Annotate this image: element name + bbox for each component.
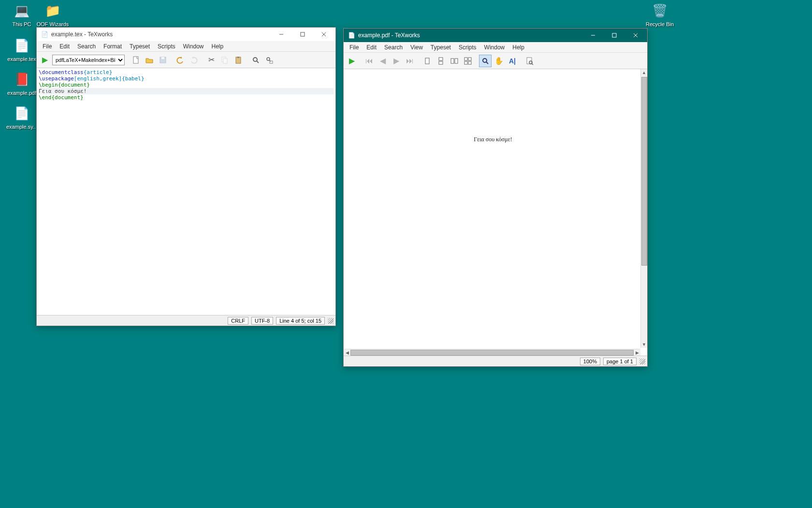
pdf-titlebar[interactable]: 📄 example.pdf - TeXworks — [344, 29, 647, 42]
menu-edit[interactable]: Edit — [362, 43, 380, 52]
prev-page-button[interactable]: ◀ — [377, 55, 389, 67]
menu-help[interactable]: Help — [508, 43, 528, 52]
first-page-button[interactable]: ⏮ — [363, 55, 376, 67]
scroll-left-icon[interactable]: ◀ — [344, 350, 350, 355]
text-select-tool-button[interactable]: A| — [506, 55, 519, 67]
editor-window: 📄 example.tex - TeXworks FileEditSearchF… — [36, 27, 336, 326]
svg-rect-10 — [237, 57, 239, 58]
source-line: \usepackage[english,greek]{babel} — [39, 75, 145, 82]
typeset-run-button[interactable]: ▶ — [346, 55, 358, 67]
zoom-indicator[interactable]: 100% — [580, 358, 600, 365]
menu-search[interactable]: Search — [380, 43, 406, 52]
svg-rect-17 — [612, 33, 616, 37]
resize-grip[interactable] — [328, 318, 334, 324]
source-line: \documentclass{article} — [39, 69, 112, 75]
view-two-page-button[interactable] — [448, 55, 461, 67]
menu-file[interactable]: File — [346, 43, 362, 52]
view-single-continuous-button[interactable] — [435, 55, 447, 67]
scissors-icon: ✂ — [208, 55, 215, 64]
editor-text-area[interactable]: \documentclass{article} \usepackage[engl… — [37, 68, 335, 315]
menu-scripts[interactable]: Scripts — [455, 43, 480, 52]
save-file-button[interactable] — [157, 54, 169, 66]
scroll-right-icon[interactable]: ▶ — [634, 350, 640, 355]
open-file-button[interactable] — [143, 54, 156, 66]
resize-grip[interactable] — [639, 359, 645, 364]
clipboard-icon — [234, 56, 243, 64]
view-two-continuous-button[interactable] — [462, 55, 474, 67]
editor-menubar: FileEditSearchFormatTypesetScriptsWindow… — [37, 41, 335, 52]
menu-edit[interactable]: Edit — [56, 42, 73, 51]
typeset-engine-select[interactable]: pdfLaTeX+MakeIndex+BibTeX — [52, 55, 125, 65]
search-in-page-icon — [525, 57, 534, 65]
replace-button[interactable] — [263, 54, 276, 66]
menu-typeset[interactable]: Typeset — [126, 42, 154, 51]
close-button[interactable] — [313, 28, 334, 41]
svg-rect-20 — [425, 58, 429, 64]
menu-window[interactable]: Window — [179, 42, 208, 51]
menu-search[interactable]: Search — [73, 42, 100, 51]
next-page-button[interactable]: ▶ — [390, 55, 403, 67]
scroll-thumb[interactable] — [350, 350, 634, 356]
texworks-doc-icon: 📄 — [41, 30, 48, 38]
typeset-run-button[interactable]: ▶ — [39, 54, 51, 66]
find-in-pdf-button[interactable] — [523, 55, 536, 67]
svg-rect-24 — [455, 59, 458, 63]
svg-point-11 — [253, 58, 257, 61]
scroll-up-icon[interactable]: ▲ — [641, 69, 647, 76]
source-line: \begin{document} — [39, 82, 90, 88]
cut-button[interactable]: ✂ — [205, 54, 218, 66]
hand-icon: ✋ — [494, 57, 504, 65]
pdf-viewport[interactable]: Γεια σου κόσμε! ▲ ▼ ◀ ▶ — [344, 69, 647, 356]
desktop-icon-example-tex[interactable]: 📄example.tex — [5, 37, 39, 62]
view-single-page-button[interactable] — [421, 55, 434, 67]
maximize-button[interactable] — [292, 28, 313, 41]
cursor-position-indicator: Line 4 of 5; col 15 — [276, 317, 325, 325]
svg-rect-1 — [301, 32, 304, 36]
two-continuous-icon — [464, 57, 472, 65]
maximize-button[interactable] — [604, 29, 625, 42]
copy-button[interactable] — [218, 54, 231, 66]
desktop-icon-example-pdf[interactable]: 📕example.pdf — [5, 71, 39, 96]
source-line: \end{document} — [39, 94, 84, 101]
vertical-scrollbar[interactable]: ▲ ▼ — [640, 69, 647, 348]
desktop-icon-example-sy[interactable]: 📄example.sy... — [5, 105, 39, 130]
desktop-icon-this-pc[interactable]: 💻This PC — [5, 2, 39, 27]
encoding-indicator[interactable]: UTF-8 — [251, 317, 273, 325]
horizontal-scrollbar[interactable]: ◀ ▶ — [344, 349, 640, 356]
last-page-button[interactable]: ⏭ — [404, 55, 416, 67]
new-file-button[interactable] — [130, 54, 142, 66]
svg-rect-27 — [464, 61, 467, 64]
menu-typeset[interactable]: Typeset — [427, 43, 455, 52]
find-button[interactable] — [249, 54, 262, 66]
svg-rect-28 — [468, 61, 471, 64]
editor-statusbar: CRLF UTF-8 Line 4 of 5; col 15 — [37, 315, 335, 326]
line-ending-indicator[interactable]: CRLF — [228, 317, 248, 325]
close-button[interactable] — [625, 29, 646, 42]
menu-format[interactable]: Format — [100, 42, 126, 51]
hand-tool-button[interactable]: ✋ — [493, 55, 505, 67]
paste-button[interactable] — [232, 54, 245, 66]
play-icon: ▶ — [42, 55, 48, 64]
pdf-rendered-text: Γεια σου κόσμε! — [474, 136, 512, 143]
scroll-thumb[interactable] — [641, 77, 647, 266]
find-replace-icon — [265, 56, 274, 64]
menu-file[interactable]: File — [39, 42, 56, 51]
magnify-icon — [481, 57, 490, 65]
minimize-button[interactable] — [271, 28, 292, 41]
redo-button[interactable] — [188, 54, 200, 66]
svg-line-12 — [257, 61, 259, 63]
undo-button[interactable] — [174, 54, 187, 66]
pdf-window: 📄 example.pdf - TeXworks FileEditSearchV… — [343, 28, 648, 367]
menu-help[interactable]: Help — [207, 42, 227, 51]
menu-view[interactable]: View — [406, 43, 427, 52]
desktop-icon-label: Recycle Bin — [643, 21, 677, 27]
menu-scripts[interactable]: Scripts — [154, 42, 179, 51]
desktop-icon-recycle-bin[interactable]: 🗑️Recycle Bin — [643, 2, 677, 27]
this-pc-icon: 💻 — [13, 2, 30, 19]
editor-titlebar[interactable]: 📄 example.tex - TeXworks — [37, 28, 335, 41]
menu-window[interactable]: Window — [480, 43, 509, 52]
magnify-tool-button[interactable] — [479, 55, 492, 67]
scroll-down-icon[interactable]: ▼ — [641, 341, 647, 348]
desktop-icon-oof-wizards[interactable]: 📁OOF Wizards — [36, 2, 70, 27]
minimize-button[interactable] — [582, 29, 604, 42]
